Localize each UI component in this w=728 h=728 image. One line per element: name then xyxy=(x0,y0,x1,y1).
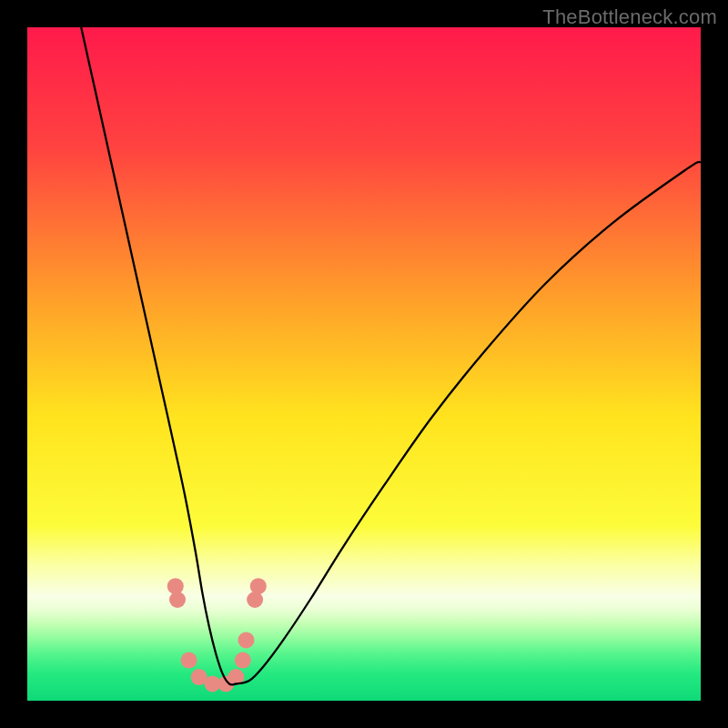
plot-area xyxy=(27,27,701,701)
chart-frame: TheBottleneck.com xyxy=(0,0,728,728)
curve-layer xyxy=(27,27,701,701)
marker-dot xyxy=(250,578,267,594)
marker-dot xyxy=(181,652,197,669)
watermark-text: TheBottleneck.com xyxy=(542,5,717,29)
marker-dot xyxy=(235,652,251,669)
highlight-dots xyxy=(167,578,267,692)
marker-dot xyxy=(238,632,255,648)
marker-dot xyxy=(169,592,186,608)
